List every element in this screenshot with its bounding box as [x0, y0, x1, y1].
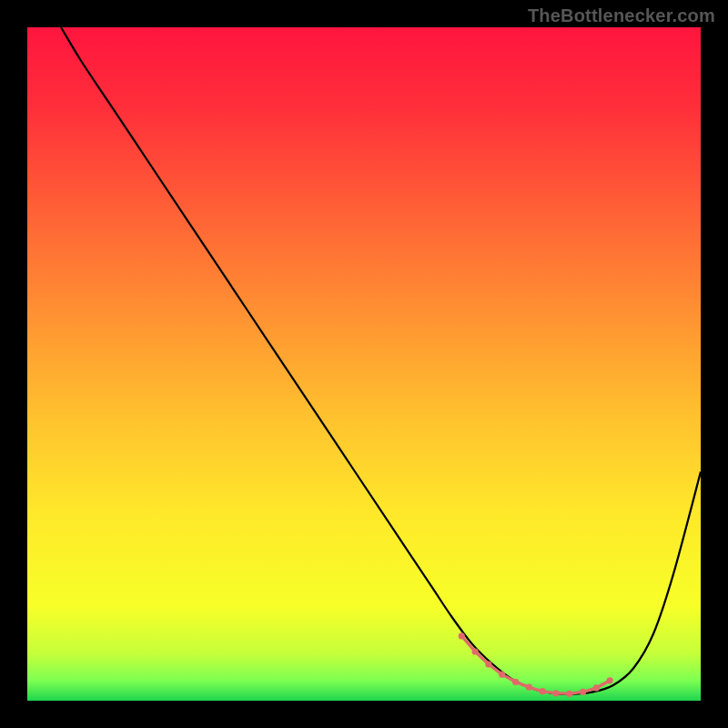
- chart-root: TheBottlenecker.com: [0, 0, 728, 728]
- plot-svg: [27, 27, 701, 701]
- marker-dot: [607, 677, 613, 683]
- gradient-background: [27, 27, 701, 701]
- plot-area: [27, 27, 701, 701]
- watermark-text: TheBottlenecker.com: [528, 5, 715, 26]
- marker-segment: [545, 692, 553, 693]
- marker-segment: [571, 693, 580, 693]
